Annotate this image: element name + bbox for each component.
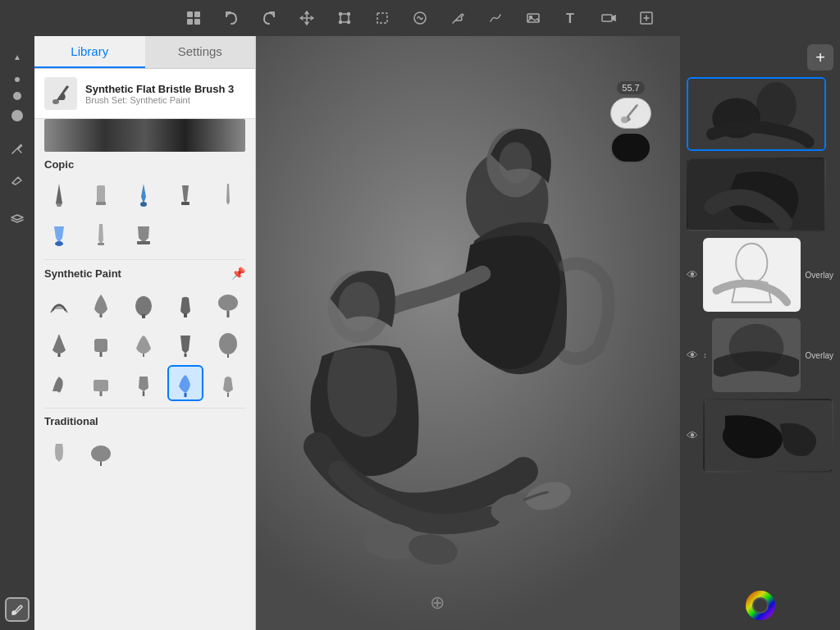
brush-item[interactable]: [41, 286, 77, 322]
layer-thumbnail-3[interactable]: [703, 238, 801, 312]
svg-rect-28: [96, 202, 106, 205]
traditional-section-header: Traditional: [34, 409, 255, 431]
brush-item[interactable]: [41, 326, 77, 362]
brush-item[interactable]: [83, 217, 119, 253]
layer-row-2: [687, 158, 833, 231]
adjust-icon[interactable]: [409, 7, 431, 30]
layer-row-3: 👁 Overlay: [687, 238, 833, 312]
brush-size-3[interactable]: [11, 110, 23, 121]
tab-library[interactable]: Library: [34, 36, 145, 68]
brush-item[interactable]: [126, 326, 162, 362]
size-slider[interactable]: [610, 98, 651, 129]
layer-eye-icon-3[interactable]: 👁: [687, 268, 698, 281]
brush-item[interactable]: [167, 177, 203, 213]
svg-rect-36: [142, 314, 145, 318]
tab-settings[interactable]: Settings: [145, 36, 256, 68]
svg-rect-41: [94, 339, 107, 352]
brush-item[interactable]: [167, 286, 203, 322]
svg-point-35: [135, 296, 152, 316]
brush-item[interactable]: [167, 326, 203, 362]
layer-eye-icon-5[interactable]: 👁: [687, 429, 698, 442]
svg-rect-33: [137, 241, 150, 244]
toolbar: T: [0, 0, 840, 36]
move-icon[interactable]: [295, 7, 318, 30]
brush-stroke-preview: [44, 119, 245, 152]
canvas-navigate-icon[interactable]: ⊕: [430, 592, 445, 614]
brush-set-label: Brush Set: Synthetic Paint: [85, 95, 245, 105]
size-value: 55.7: [617, 81, 644, 94]
brush-name-area: Synthetic Flat Bristle Brush 3 Brush Set…: [85, 83, 245, 105]
layer-overlay-label-4: Overlay: [806, 351, 833, 360]
svg-rect-27: [97, 185, 105, 203]
brush-title: Synthetic Flat Bristle Brush 3: [85, 83, 245, 95]
brush-item[interactable]: [83, 326, 119, 362]
liquify-icon[interactable]: [484, 7, 507, 30]
brush-item[interactable]: [83, 177, 119, 213]
svg-point-7: [340, 21, 342, 24]
panel-tabs: Library Settings: [34, 36, 255, 69]
export-icon[interactable]: [635, 7, 658, 30]
brush-panel-toggle[interactable]: [5, 597, 30, 622]
layer-thumbnail-1[interactable]: [687, 77, 826, 151]
svg-point-45: [219, 333, 237, 354]
brush-panel: Library Settings Synthetic Flat Bristle …: [34, 36, 256, 630]
brush-item[interactable]: [210, 365, 246, 401]
brush-item-selected[interactable]: [167, 365, 203, 401]
brush-item[interactable]: [41, 365, 77, 401]
svg-point-24: [339, 282, 380, 331]
brush-item[interactable]: [41, 217, 77, 253]
color-wheel[interactable]: [744, 589, 777, 622]
brush-item[interactable]: [126, 177, 162, 213]
svg-rect-30: [181, 202, 189, 205]
brush-item[interactable]: [126, 286, 162, 322]
modify-tool[interactable]: ▲: [3, 43, 31, 71]
svg-rect-37: [184, 313, 187, 317]
video-icon[interactable]: [597, 7, 620, 30]
svg-rect-13: [602, 15, 612, 21]
layer-thumbnail-2[interactable]: [687, 158, 826, 231]
brush-item[interactable]: [83, 434, 119, 470]
brush-size-1[interactable]: [15, 77, 20, 82]
synthetic-paint-section-header: Synthetic Paint 📌: [34, 260, 255, 283]
brush-item[interactable]: [126, 365, 162, 401]
svg-text:T: T: [566, 11, 574, 25]
brush-item[interactable]: [41, 177, 77, 213]
layers-sidebar[interactable]: [3, 203, 31, 231]
svg-point-29: [140, 202, 147, 207]
layer-row-5: 👁: [687, 399, 833, 472]
brush-size-2[interactable]: [13, 92, 21, 100]
text-icon[interactable]: T: [559, 7, 582, 30]
layer-eye-icon-4[interactable]: 👁: [687, 349, 698, 362]
smudge-tool-icon[interactable]: [446, 7, 469, 30]
undo-icon[interactable]: [220, 7, 243, 30]
brush-item[interactable]: [210, 326, 246, 362]
add-layer-button[interactable]: +: [807, 44, 833, 71]
right-panel: +: [680, 36, 840, 630]
layer-thumbnail-4[interactable]: [712, 318, 801, 392]
redo-icon[interactable]: [258, 7, 281, 30]
layer-thumbnail-5[interactable]: [703, 399, 833, 472]
traditional-label: Traditional: [44, 415, 98, 427]
erase-sidebar[interactable]: [3, 166, 31, 194]
brush-item[interactable]: [83, 365, 119, 401]
svg-point-38: [218, 294, 238, 311]
copic-brush-grid: [34, 174, 255, 259]
svg-point-5: [340, 13, 342, 16]
brush-item[interactable]: [41, 434, 77, 470]
gallery-icon[interactable]: [182, 7, 205, 30]
select-icon[interactable]: [371, 7, 394, 30]
brush-item[interactable]: [126, 217, 162, 253]
brush-icon: [44, 77, 77, 110]
svg-rect-3: [194, 19, 200, 25]
brush-item[interactable]: [210, 177, 246, 213]
brush-list[interactable]: Copic: [34, 152, 255, 630]
brush-item[interactable]: [210, 286, 246, 322]
svg-point-66: [754, 599, 767, 612]
brush-item[interactable]: [83, 286, 119, 322]
opacity-swatch[interactable]: [610, 132, 651, 163]
smudge-sidebar[interactable]: [3, 135, 31, 162]
transform-icon[interactable]: [333, 7, 356, 30]
image-icon[interactable]: [522, 7, 545, 30]
copic-label: Copic: [44, 158, 74, 171]
pin-icon: 📌: [231, 267, 245, 280]
